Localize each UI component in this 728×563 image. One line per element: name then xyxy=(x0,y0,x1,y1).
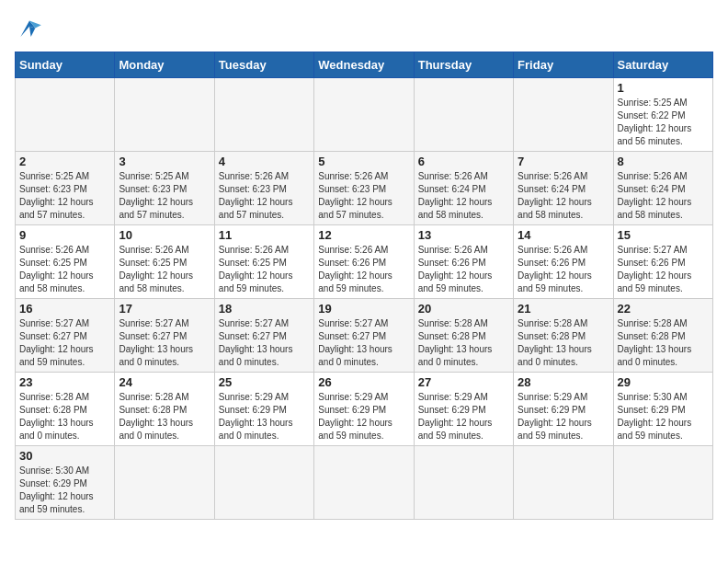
date-number: 12 xyxy=(318,228,409,242)
day-info: Sunrise: 5:27 AMSunset: 6:27 PMDaylight:… xyxy=(219,317,310,369)
calendar-cell: 6Sunrise: 5:26 AMSunset: 6:24 PMDaylight… xyxy=(414,152,513,225)
date-number: 2 xyxy=(19,155,110,168)
calendar-cell: 8Sunrise: 5:26 AMSunset: 6:24 PMDaylight… xyxy=(613,152,712,225)
date-number: 4 xyxy=(219,155,310,168)
calendar-cell: 1Sunrise: 5:25 AMSunset: 6:22 PMDaylight… xyxy=(613,78,712,152)
date-number: 30 xyxy=(19,449,110,463)
calendar-cell: 2Sunrise: 5:25 AMSunset: 6:23 PMDaylight… xyxy=(16,152,115,225)
day-info: Sunrise: 5:25 AMSunset: 6:23 PMDaylight:… xyxy=(19,170,110,222)
calendar-week-row: 30Sunrise: 5:30 AMSunset: 6:29 PMDayligh… xyxy=(16,446,713,520)
date-number: 8 xyxy=(618,155,709,168)
calendar-week-row: 23Sunrise: 5:28 AMSunset: 6:28 PMDayligh… xyxy=(16,373,713,446)
calendar-cell: 21Sunrise: 5:28 AMSunset: 6:28 PMDayligh… xyxy=(514,299,613,373)
calendar-week-row: 1Sunrise: 5:25 AMSunset: 6:22 PMDaylight… xyxy=(16,78,713,152)
day-info: Sunrise: 5:28 AMSunset: 6:28 PMDaylight:… xyxy=(418,317,509,369)
calendar-cell xyxy=(16,78,115,152)
date-number: 26 xyxy=(318,375,409,389)
day-info: Sunrise: 5:29 AMSunset: 6:29 PMDaylight:… xyxy=(318,391,409,442)
calendar-cell xyxy=(314,78,414,152)
date-number: 15 xyxy=(618,228,709,242)
calendar-cell xyxy=(414,446,513,520)
calendar-cell: 12Sunrise: 5:26 AMSunset: 6:26 PMDayligh… xyxy=(314,225,414,299)
day-info: Sunrise: 5:26 AMSunset: 6:26 PMDaylight:… xyxy=(318,244,409,295)
calendar-cell: 26Sunrise: 5:29 AMSunset: 6:29 PMDayligh… xyxy=(314,373,414,446)
date-number: 3 xyxy=(119,155,210,168)
date-number: 6 xyxy=(418,155,509,168)
day-header-sunday: Sunday xyxy=(16,52,115,78)
date-number: 24 xyxy=(119,375,210,389)
calendar-cell xyxy=(214,78,313,152)
calendar-cell: 16Sunrise: 5:27 AMSunset: 6:27 PMDayligh… xyxy=(16,299,115,373)
day-info: Sunrise: 5:26 AMSunset: 6:25 PMDaylight:… xyxy=(219,244,310,295)
day-info: Sunrise: 5:30 AMSunset: 6:29 PMDaylight:… xyxy=(618,391,709,442)
header xyxy=(15,15,713,44)
calendar-cell: 11Sunrise: 5:26 AMSunset: 6:25 PMDayligh… xyxy=(214,225,313,299)
day-info: Sunrise: 5:26 AMSunset: 6:23 PMDaylight:… xyxy=(318,170,409,222)
date-number: 5 xyxy=(318,155,409,168)
calendar-cell: 4Sunrise: 5:26 AMSunset: 6:23 PMDaylight… xyxy=(214,152,313,225)
calendar-cell: 3Sunrise: 5:25 AMSunset: 6:23 PMDaylight… xyxy=(115,152,214,225)
date-number: 21 xyxy=(518,302,609,316)
date-number: 7 xyxy=(518,155,609,168)
calendar-cell xyxy=(314,446,414,520)
calendar-cell: 29Sunrise: 5:30 AMSunset: 6:29 PMDayligh… xyxy=(613,373,712,446)
calendar-cell: 27Sunrise: 5:29 AMSunset: 6:29 PMDayligh… xyxy=(414,373,513,446)
logo-icon xyxy=(15,15,44,44)
date-number: 10 xyxy=(119,228,210,242)
day-info: Sunrise: 5:26 AMSunset: 6:24 PMDaylight:… xyxy=(418,170,509,222)
calendar-cell: 25Sunrise: 5:29 AMSunset: 6:29 PMDayligh… xyxy=(214,373,313,446)
day-info: Sunrise: 5:29 AMSunset: 6:29 PMDaylight:… xyxy=(518,391,609,442)
calendar-cell xyxy=(613,446,712,520)
day-info: Sunrise: 5:26 AMSunset: 6:25 PMDaylight:… xyxy=(119,244,210,295)
calendar-cell: 10Sunrise: 5:26 AMSunset: 6:25 PMDayligh… xyxy=(115,225,214,299)
date-number: 27 xyxy=(418,375,509,389)
day-info: Sunrise: 5:26 AMSunset: 6:26 PMDaylight:… xyxy=(518,244,609,295)
day-info: Sunrise: 5:26 AMSunset: 6:23 PMDaylight:… xyxy=(219,170,310,222)
calendar-cell: 18Sunrise: 5:27 AMSunset: 6:27 PMDayligh… xyxy=(214,299,313,373)
day-info: Sunrise: 5:27 AMSunset: 6:26 PMDaylight:… xyxy=(618,244,709,295)
day-info: Sunrise: 5:25 AMSunset: 6:22 PMDaylight:… xyxy=(618,97,709,148)
calendar-cell: 15Sunrise: 5:27 AMSunset: 6:26 PMDayligh… xyxy=(613,225,712,299)
day-header-tuesday: Tuesday xyxy=(214,52,313,78)
calendar-cell xyxy=(514,78,613,152)
calendar-cell: 17Sunrise: 5:27 AMSunset: 6:27 PMDayligh… xyxy=(115,299,214,373)
calendar-cell xyxy=(115,446,214,520)
calendar-cell: 28Sunrise: 5:29 AMSunset: 6:29 PMDayligh… xyxy=(514,373,613,446)
day-info: Sunrise: 5:27 AMSunset: 6:27 PMDaylight:… xyxy=(318,317,409,369)
date-number: 19 xyxy=(318,302,409,316)
calendar-cell xyxy=(214,446,313,520)
date-number: 28 xyxy=(518,375,609,389)
day-info: Sunrise: 5:25 AMSunset: 6:23 PMDaylight:… xyxy=(119,170,210,222)
day-header-friday: Friday xyxy=(514,52,613,78)
calendar-cell xyxy=(414,78,513,152)
day-info: Sunrise: 5:29 AMSunset: 6:29 PMDaylight:… xyxy=(418,391,509,442)
date-number: 14 xyxy=(518,228,609,242)
date-number: 22 xyxy=(618,302,709,316)
date-number: 17 xyxy=(119,302,210,316)
day-info: Sunrise: 5:26 AMSunset: 6:24 PMDaylight:… xyxy=(518,170,609,222)
day-info: Sunrise: 5:26 AMSunset: 6:26 PMDaylight:… xyxy=(418,244,509,295)
calendar-cell: 22Sunrise: 5:28 AMSunset: 6:28 PMDayligh… xyxy=(613,299,712,373)
day-info: Sunrise: 5:27 AMSunset: 6:27 PMDaylight:… xyxy=(119,317,210,369)
calendar-cell: 30Sunrise: 5:30 AMSunset: 6:29 PMDayligh… xyxy=(16,446,115,520)
date-number: 20 xyxy=(418,302,509,316)
day-info: Sunrise: 5:30 AMSunset: 6:29 PMDaylight:… xyxy=(19,465,110,516)
day-header-saturday: Saturday xyxy=(613,52,712,78)
calendar-cell: 19Sunrise: 5:27 AMSunset: 6:27 PMDayligh… xyxy=(314,299,414,373)
date-number: 16 xyxy=(19,302,110,316)
day-info: Sunrise: 5:28 AMSunset: 6:28 PMDaylight:… xyxy=(119,391,210,442)
calendar-cell xyxy=(514,446,613,520)
calendar-cell: 5Sunrise: 5:26 AMSunset: 6:23 PMDaylight… xyxy=(314,152,414,225)
calendar-cell: 20Sunrise: 5:28 AMSunset: 6:28 PMDayligh… xyxy=(414,299,513,373)
date-number: 23 xyxy=(19,375,110,389)
date-number: 11 xyxy=(219,228,310,242)
calendar-header-row: SundayMondayTuesdayWednesdayThursdayFrid… xyxy=(16,52,713,78)
calendar-week-row: 16Sunrise: 5:27 AMSunset: 6:27 PMDayligh… xyxy=(16,299,713,373)
svg-marker-2 xyxy=(29,27,35,37)
calendar-week-row: 9Sunrise: 5:26 AMSunset: 6:25 PMDaylight… xyxy=(16,225,713,299)
date-number: 13 xyxy=(418,228,509,242)
calendar-week-row: 2Sunrise: 5:25 AMSunset: 6:23 PMDaylight… xyxy=(16,152,713,225)
day-header-thursday: Thursday xyxy=(414,52,513,78)
day-info: Sunrise: 5:26 AMSunset: 6:25 PMDaylight:… xyxy=(19,244,110,295)
date-number: 18 xyxy=(219,302,310,316)
